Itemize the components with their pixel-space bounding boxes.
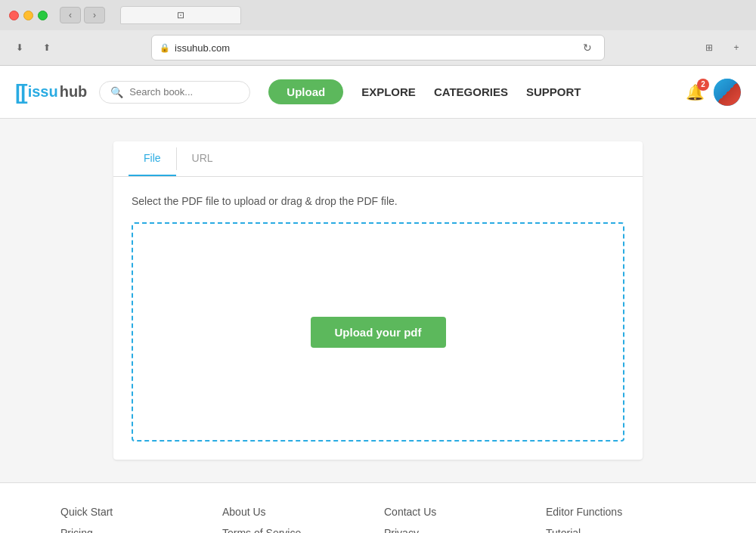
forward-button[interactable]: › bbox=[84, 7, 105, 23]
browser-tab[interactable]: ⊡ bbox=[120, 6, 241, 24]
window-btn[interactable]: ⊞ bbox=[699, 39, 720, 56]
nav-support[interactable]: SUPPORT bbox=[526, 85, 581, 98]
avatar[interactable] bbox=[714, 79, 741, 106]
navbar-right: 🔔 2 bbox=[686, 79, 741, 106]
nav-categories[interactable]: CATEGORIES bbox=[434, 85, 508, 98]
footer-col-2: About Us Terms of Service News bbox=[222, 506, 372, 533]
browser-nav: ‹ › bbox=[60, 7, 105, 23]
browser-dots bbox=[9, 11, 48, 20]
notification-badge: 2 bbox=[697, 79, 709, 91]
footer-pricing[interactable]: Pricing bbox=[60, 527, 210, 533]
footer-col-3: Contact Us Privacy Help bbox=[384, 506, 534, 533]
lock-icon: 🔒 bbox=[160, 43, 170, 53]
tab-url[interactable]: URL bbox=[177, 141, 228, 176]
main-content: File URL Select the PDF file to upload o… bbox=[0, 119, 756, 482]
tab-file[interactable]: File bbox=[129, 141, 176, 176]
tab-icon: ⊡ bbox=[177, 10, 184, 20]
download-btn[interactable]: ⬇ bbox=[9, 39, 30, 56]
tab-bar: File URL bbox=[113, 141, 643, 177]
nav-links: EXPLORE CATEGORIES SUPPORT bbox=[361, 85, 581, 98]
upload-instruction: Select the PDF file to upload or drag & … bbox=[132, 195, 624, 207]
search-input[interactable] bbox=[129, 86, 228, 98]
footer-editor-functions[interactable]: Editor Functions bbox=[546, 506, 696, 518]
back-button[interactable]: ‹ bbox=[60, 7, 81, 23]
search-box: 🔍 bbox=[99, 81, 250, 104]
footer-tutorial[interactable]: Tutorial bbox=[546, 527, 696, 533]
browser-chrome: ‹ › ⊡ ⬇ ⬆ 🔒 issuhub.com ↻ ⊞ + bbox=[0, 0, 756, 66]
logo[interactable]: [[ issuhub bbox=[15, 80, 87, 104]
footer-contact-us[interactable]: Contact Us bbox=[384, 506, 534, 518]
navbar: [[ issuhub 🔍 Upload EXPLORE CATEGORIES S… bbox=[0, 66, 756, 119]
dot-red[interactable] bbox=[9, 11, 19, 20]
dropzone[interactable]: Upload your pdf bbox=[132, 222, 624, 442]
dot-green[interactable] bbox=[38, 11, 48, 20]
logo-bracket: [[ bbox=[15, 80, 26, 104]
avatar-image bbox=[714, 79, 741, 106]
browser-titlebar: ‹ › ⊡ bbox=[0, 0, 756, 30]
logo-brand: issu bbox=[28, 83, 58, 101]
notification-button[interactable]: 🔔 2 bbox=[686, 83, 705, 101]
footer-terms-of-service[interactable]: Terms of Service bbox=[222, 527, 372, 533]
footer-col-4: Editor Functions Tutorial Online PDF Con… bbox=[546, 506, 696, 533]
browser-addressbar: ⬇ ⬆ 🔒 issuhub.com ↻ ⊞ + bbox=[0, 30, 756, 65]
logo-hub: hub bbox=[60, 83, 88, 101]
footer: Quick Start Pricing Desktop About Us Ter… bbox=[0, 482, 756, 533]
new-tab-btn[interactable]: + bbox=[726, 39, 747, 56]
footer-privacy[interactable]: Privacy bbox=[384, 527, 534, 533]
url-text: issuhub.com bbox=[175, 42, 230, 54]
address-bar[interactable]: 🔒 issuhub.com ↻ bbox=[151, 35, 605, 60]
search-icon: 🔍 bbox=[110, 86, 123, 98]
nav-explore[interactable]: EXPLORE bbox=[361, 85, 416, 98]
upload-card: File URL Select the PDF file to upload o… bbox=[113, 141, 643, 460]
refresh-btn[interactable]: ↻ bbox=[578, 39, 596, 57]
upload-body: Select the PDF file to upload or drag & … bbox=[113, 177, 643, 460]
share-btn[interactable]: ⬆ bbox=[36, 39, 57, 56]
upload-button[interactable]: Upload bbox=[268, 79, 343, 104]
dot-yellow[interactable] bbox=[23, 11, 33, 20]
upload-pdf-button[interactable]: Upload your pdf bbox=[311, 317, 446, 348]
footer-quick-start[interactable]: Quick Start bbox=[60, 506, 210, 518]
footer-col-1: Quick Start Pricing Desktop bbox=[60, 506, 210, 533]
footer-about-us[interactable]: About Us bbox=[222, 506, 372, 518]
page: [[ issuhub 🔍 Upload EXPLORE CATEGORIES S… bbox=[0, 66, 756, 533]
